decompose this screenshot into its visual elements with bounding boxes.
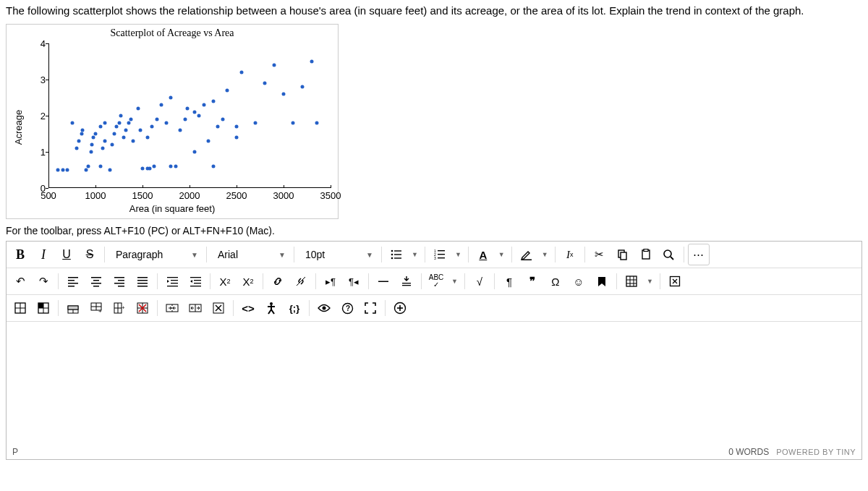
x-axis-label: Area (in square feet) <box>11 203 333 214</box>
number-list-button[interactable]: 123 <box>429 244 451 265</box>
fullscreen-button[interactable] <box>359 297 381 319</box>
align-left-button[interactable] <box>62 270 84 292</box>
svg-rect-32 <box>137 280 148 281</box>
svg-rect-31 <box>137 277 148 278</box>
toolbar-row-2: ↶ ↷ X2 X2 ▸¶ ¶◂ ABC✓ ▼ √ ¶ ❞ Ω ☺ ▼ <box>7 268 861 295</box>
chevron-down-icon[interactable]: ▼ <box>495 244 508 265</box>
powered-by[interactable]: POWERED BY TINY <box>776 448 856 456</box>
table-insert-button[interactable] <box>9 297 31 319</box>
merge-button[interactable] <box>161 297 183 319</box>
ltr-button[interactable]: ▸¶ <box>320 270 341 292</box>
chevron-down-icon[interactable]: ▼ <box>409 244 421 265</box>
svg-rect-41 <box>194 283 201 283</box>
font-size-select[interactable]: 10pt▼ <box>298 244 378 265</box>
unlink-button[interactable] <box>290 270 312 292</box>
code-sample-button[interactable]: {;} <box>284 297 305 319</box>
svg-rect-3 <box>394 254 401 255</box>
svg-rect-7 <box>438 250 445 251</box>
insert-button[interactable] <box>396 270 417 292</box>
spellcheck-button[interactable]: ABC✓ <box>425 270 447 292</box>
svg-rect-21 <box>68 283 78 284</box>
svg-text:+: + <box>122 304 125 311</box>
clear-formatting-button[interactable]: Ix <box>559 244 581 265</box>
superscript-button[interactable]: X2 <box>214 270 236 292</box>
align-justify-button[interactable] <box>132 270 153 292</box>
col-insert-button[interactable]: + <box>109 297 130 319</box>
svg-rect-42 <box>190 286 201 286</box>
equation-button[interactable]: √ <box>469 270 490 292</box>
chevron-down-icon[interactable]: ▼ <box>539 244 551 265</box>
svg-rect-39 <box>190 277 201 278</box>
svg-text:+: + <box>98 308 102 314</box>
special-char-button[interactable]: Ω <box>545 270 566 292</box>
close-box-button[interactable] <box>664 270 686 292</box>
svg-rect-38 <box>167 286 178 286</box>
element-path[interactable]: P <box>12 447 18 457</box>
row-below-button[interactable]: + <box>85 297 107 319</box>
strikethrough-button[interactable]: S <box>79 244 101 265</box>
text-color-button[interactable]: A <box>472 244 494 265</box>
svg-text:3: 3 <box>434 256 436 260</box>
help-button[interactable]: ? <box>336 297 358 319</box>
copy-button[interactable] <box>612 244 634 265</box>
add-button[interactable] <box>389 297 411 319</box>
redo-button[interactable]: ↷ <box>33 270 54 292</box>
align-right-button[interactable] <box>109 270 130 292</box>
undo-button[interactable]: ↶ <box>9 270 31 292</box>
svg-line-43 <box>297 277 305 286</box>
svg-rect-25 <box>91 283 101 284</box>
editor-content-area[interactable] <box>7 322 861 445</box>
scatterplot: Scatterplot of Acreage vs Area Acreage A… <box>6 24 339 219</box>
paragraph-marks-button[interactable]: ¶ <box>498 270 520 292</box>
status-bar: P 0 WORDS POWERED BY TINY <box>7 445 861 459</box>
svg-rect-40 <box>194 280 201 281</box>
svg-rect-28 <box>118 280 124 281</box>
indent-button[interactable] <box>161 270 183 292</box>
svg-rect-19 <box>68 277 78 278</box>
table-button[interactable] <box>621 270 642 292</box>
svg-point-4 <box>391 257 393 260</box>
emoji-button[interactable]: ☺ <box>568 270 590 292</box>
svg-rect-26 <box>93 286 99 287</box>
chevron-down-icon[interactable]: ▼ <box>448 270 461 292</box>
table-props-button[interactable] <box>33 297 54 319</box>
svg-rect-16 <box>644 249 648 252</box>
highlight-button[interactable] <box>516 244 537 265</box>
svg-rect-9 <box>438 254 445 255</box>
hr-button[interactable] <box>373 270 394 292</box>
svg-point-2 <box>391 254 393 256</box>
row-delete-button[interactable] <box>132 297 153 319</box>
cut-button[interactable]: ✂ <box>589 244 610 265</box>
more-button[interactable]: ⋯ <box>688 244 710 265</box>
word-count[interactable]: 0 WORDS <box>728 447 769 457</box>
svg-rect-30 <box>118 286 124 287</box>
paste-button[interactable] <box>635 244 657 265</box>
underline-button[interactable]: U <box>56 244 77 265</box>
blockquote-button[interactable]: ❞ <box>522 270 543 292</box>
block-format-select[interactable]: Paragraph▼ <box>109 244 203 265</box>
align-center-button[interactable] <box>85 270 107 292</box>
preview-button[interactable] <box>313 297 335 319</box>
outdent-button[interactable] <box>184 270 206 292</box>
find-button[interactable] <box>658 244 680 265</box>
chevron-down-icon[interactable]: ▼ <box>644 270 656 292</box>
bullet-list-button[interactable] <box>386 244 407 265</box>
svg-rect-34 <box>137 286 148 287</box>
italic-button[interactable]: I <box>33 244 54 265</box>
accessibility-button[interactable] <box>260 297 282 319</box>
split-button[interactable] <box>184 297 206 319</box>
svg-rect-61 <box>38 303 43 308</box>
table-delete-button[interactable] <box>208 297 229 319</box>
chevron-down-icon[interactable]: ▼ <box>452 244 464 265</box>
anchor-button[interactable] <box>591 270 613 292</box>
code-button[interactable]: <> <box>237 297 259 319</box>
svg-rect-24 <box>93 280 99 281</box>
font-family-select[interactable]: Arial▼ <box>210 244 290 265</box>
svg-point-86 <box>270 302 273 305</box>
link-button[interactable] <box>267 270 289 292</box>
svg-text:?: ? <box>346 304 350 312</box>
subscript-button[interactable]: X2 <box>237 270 259 292</box>
row-above-button[interactable] <box>62 297 84 319</box>
bold-button[interactable]: B <box>9 244 31 265</box>
rtl-button[interactable]: ¶◂ <box>343 270 365 292</box>
